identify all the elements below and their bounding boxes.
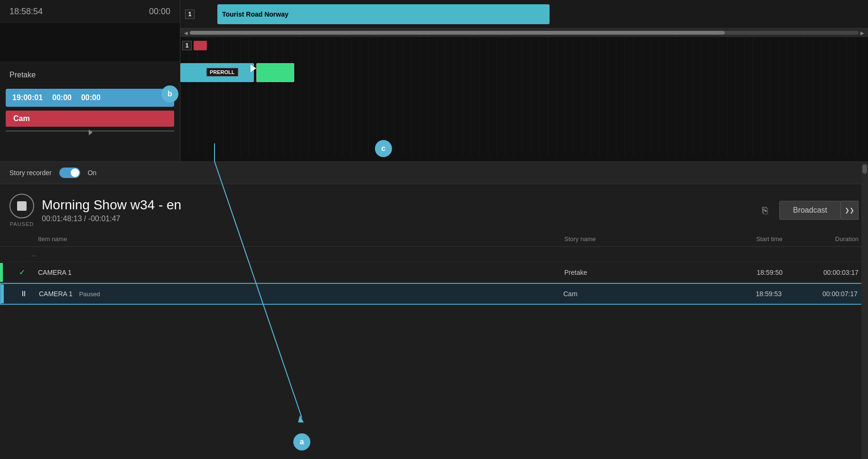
annotation-a: a	[293, 433, 310, 450]
timecode-row: 18:58:54 00:00	[0, 0, 180, 23]
preroll-arrow-icon	[251, 65, 256, 72]
tourist-road-block: Tourist Road Norway	[217, 4, 550, 24]
check-icon: ✓	[19, 268, 25, 277]
show-timecode: 00:01:48:13 / -00:01:47	[42, 215, 751, 223]
scroll-left-icon[interactable]: ◀	[182, 30, 190, 36]
paused-label: PAUSED	[10, 221, 34, 227]
track-1: 1	[180, 37, 868, 61]
green-dashed-clip	[256, 63, 294, 82]
scroll-right-icon[interactable]: ▶	[859, 30, 866, 36]
story-name-cell: Pretake	[564, 269, 707, 276]
broadcast-group: Broadcast ❯❯	[779, 201, 859, 220]
track-badge-1: 1	[185, 9, 195, 19]
start-time-cell-active: 18:59:53	[706, 290, 782, 298]
duration-cell-active: 00:00:07:17	[782, 290, 858, 298]
green-indicator	[0, 263, 3, 282]
broadcast-button[interactable]: Broadcast	[779, 201, 841, 220]
bottom-section: PAUSED Morning Show w34 - en 00:01:48:13…	[0, 184, 868, 305]
story-recorder-toggle[interactable]	[59, 168, 80, 178]
edit-icon-btn[interactable]: ⎘	[758, 201, 772, 220]
story-recorder-bar: Story recorder On	[0, 161, 868, 184]
item-name-cell-active: CAMERA 1 Paused	[39, 290, 563, 298]
red-clip	[194, 41, 207, 50]
story-name-cell-active: Cam	[563, 290, 706, 298]
cyan-indicator	[1, 284, 4, 303]
timeline-tracks: 1 PREROLL	[180, 37, 868, 156]
partial-row: ...	[0, 247, 868, 262]
track-2: PREROLL	[180, 61, 868, 84]
table-header: Item name Story name Start time Duration	[0, 232, 868, 247]
track1-badge: 1	[182, 41, 192, 50]
annotation-c: c	[375, 140, 392, 157]
cam-bar: Cam	[6, 111, 174, 127]
rundown-table: Item name Story name Start time Duration…	[0, 232, 868, 305]
table-row[interactable]: ✓ CAMERA 1 Pretake 18:59:50 00:00:03:17	[0, 262, 868, 283]
active-row-times: 19:00:01 00:00 00:00	[12, 94, 101, 102]
show-info: Morning Show w34 - en 00:01:48:13 / -00:…	[42, 197, 751, 223]
rundown-header: PAUSED Morning Show w34 - en 00:01:48:13…	[0, 184, 868, 232]
col-start-time: Start time	[707, 235, 783, 243]
timeline-area: 1 Tourist Road Norway ◀ ▶	[180, 0, 868, 161]
story-recorder-label: Story recorder	[9, 169, 52, 177]
pause-icon: ⏸	[20, 290, 28, 298]
scrollbar-track[interactable]	[190, 31, 859, 35]
timeline-track-top: 1 Tourist Road Norway	[180, 0, 868, 28]
table-row-active[interactable]: ⏸ CAMERA 1 Paused Cam 18:59:53 00:00:07:…	[0, 283, 868, 305]
col-item-name: Item name	[38, 235, 564, 243]
timecode-left: 18:58:54	[9, 7, 43, 17]
col-duration: Duration	[783, 235, 859, 243]
duration-cell: 00:00:03:17	[783, 269, 859, 276]
col-status	[9, 235, 38, 243]
timeline-scrollbar[interactable]: ◀ ▶	[180, 28, 868, 37]
svg-marker-4	[298, 415, 304, 422]
show-title: Morning Show w34 - en	[42, 197, 751, 213]
stop-button[interactable]	[9, 194, 34, 218]
annotation-b: b	[161, 85, 178, 103]
pretake-label: Pretake	[0, 65, 180, 85]
broadcast-expand-button[interactable]: ❯❯	[841, 201, 859, 220]
story-recorder-state: On	[88, 169, 97, 177]
preroll-label: PREROLL	[206, 68, 238, 76]
active-timeline-row[interactable]: 19:00:01 00:00 00:00	[6, 89, 174, 107]
col-story-name: Story name	[564, 235, 707, 243]
timecode-right: 00:00	[149, 7, 170, 17]
item-name-cell: CAMERA 1	[38, 269, 564, 276]
start-time-cell: 18:59:50	[707, 269, 783, 276]
stop-icon	[17, 201, 27, 211]
